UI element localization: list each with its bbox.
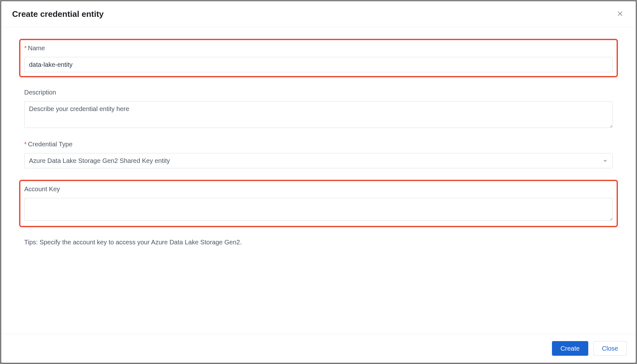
modal-body: *Name Description *Credential Type Azure…	[1, 27, 636, 334]
credential-type-group: *Credential Type Azure Data Lake Storage…	[24, 141, 613, 168]
account-key-callout: Account Key	[19, 180, 618, 227]
modal-header: Create credential entity	[1, 1, 636, 27]
account-key-tips: Tips: Specify the account key to access …	[24, 239, 613, 246]
close-button[interactable]: Close	[593, 341, 627, 356]
description-input[interactable]	[24, 101, 613, 128]
close-icon	[617, 10, 624, 18]
name-group: *Name	[24, 45, 613, 72]
account-key-group: Account Key	[24, 186, 613, 222]
create-button[interactable]: Create	[552, 341, 588, 356]
name-input[interactable]	[24, 57, 613, 72]
required-star-icon: *	[24, 45, 27, 52]
account-key-label: Account Key	[24, 186, 613, 193]
modal-title: Create credential entity	[12, 9, 104, 19]
credential-type-select-wrapper: Azure Data Lake Storage Gen2 Shared Key …	[24, 153, 613, 168]
name-label: *Name	[24, 45, 613, 52]
create-credential-modal: Create credential entity *Name Descripti…	[1, 1, 636, 363]
credential-type-label: *Credential Type	[24, 141, 613, 148]
description-label: Description	[24, 89, 613, 96]
modal-footer: Create Close	[1, 334, 636, 363]
required-star-icon: *	[24, 141, 27, 148]
credential-type-select[interactable]: Azure Data Lake Storage Gen2 Shared Key …	[24, 153, 613, 168]
description-group: Description	[24, 89, 613, 129]
account-key-input[interactable]	[24, 198, 613, 221]
name-callout: *Name	[19, 39, 618, 77]
close-icon-button[interactable]	[615, 9, 625, 19]
